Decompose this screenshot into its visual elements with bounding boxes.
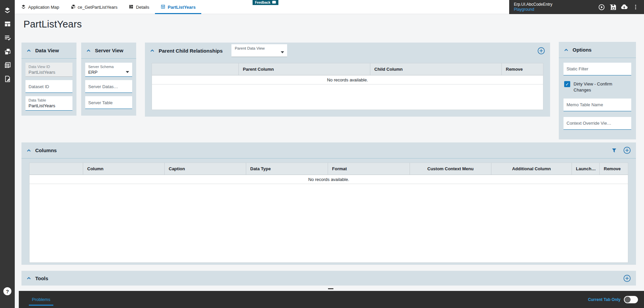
- layers-icon[interactable]: [0, 3, 15, 17]
- panel-title: Parent Child Relationships: [159, 48, 223, 54]
- document-edit-icon[interactable]: [0, 72, 15, 86]
- field-label: Context Override Vie…: [567, 120, 611, 126]
- panel-title: Columns: [35, 147, 57, 153]
- server-dataset-field[interactable]: Server Datas…: [85, 80, 132, 93]
- grid-tab-icon: [161, 4, 165, 10]
- field-label: Data Table: [29, 98, 69, 103]
- grid-header-row: Column Caption Data Type Format Custom C…: [30, 163, 628, 175]
- grid-header-format[interactable]: Format: [328, 163, 410, 175]
- page-title: PartListYears: [23, 19, 82, 30]
- flow-icon[interactable]: [0, 45, 15, 58]
- current-tab-only-toggle[interactable]: [624, 296, 638, 303]
- checklist-icon[interactable]: [0, 31, 15, 45]
- left-sidebar: ?: [0, 0, 15, 308]
- top-bar: Application Map ce_GetPartListYears Deta…: [15, 0, 644, 14]
- dataset-id-field[interactable]: Dataset ID: [25, 80, 72, 93]
- field-label: Static Filter: [567, 66, 588, 72]
- app-map-icon: [21, 4, 26, 10]
- grid-header-child-column[interactable]: Child Column: [370, 63, 502, 75]
- panel-title: Tools: [35, 275, 48, 281]
- tab-details[interactable]: Details: [123, 0, 155, 14]
- tools-panel: Tools: [21, 271, 636, 286]
- collapse-chevron-icon[interactable]: [150, 48, 155, 53]
- save-icon[interactable]: [608, 2, 618, 12]
- data-view-panel: Data View Data View ID PartListYears Dat…: [21, 43, 76, 116]
- tab-ce-getpartlistyears[interactable]: ce_GetPartListYears: [65, 0, 123, 14]
- app-info-block: Erp.UI.AbcCodeEntry Playground: [509, 0, 644, 14]
- grid-body: [152, 84, 543, 110]
- grid-header-column[interactable]: Column: [83, 163, 165, 175]
- tab-label: PartListYears: [168, 5, 196, 10]
- feedback-flag-icon: [272, 1, 276, 4]
- no-records-row: No records available.: [152, 75, 543, 84]
- grid-header-additional-column[interactable]: Additional Column: [491, 163, 572, 175]
- options-panel: Options Static Filter ✓ Dirty View - Con…: [559, 42, 636, 139]
- tab-application-map[interactable]: Application Map: [15, 0, 65, 14]
- grid-header-parent-column[interactable]: Parent Column: [239, 63, 370, 75]
- tab-label: ce_GetPartListYears: [78, 5, 118, 10]
- grid-header-row: Parent Column Child Column Remove: [152, 63, 543, 75]
- memo-table-name-field[interactable]: Memo Table Name: [564, 99, 631, 111]
- checkbox-label: Dirty View - Confirm Changes: [574, 81, 619, 93]
- field-value: PartListYears: [29, 103, 69, 109]
- environment-label[interactable]: Playground: [514, 7, 552, 12]
- filter-icon[interactable]: [610, 146, 619, 155]
- no-records-row: No records available.: [30, 175, 628, 184]
- field-label: Dataset ID: [29, 84, 49, 90]
- panel-resize-handle[interactable]: [328, 288, 333, 289]
- grid-header-data-type[interactable]: Data Type: [246, 163, 328, 175]
- layout-icon[interactable]: [0, 17, 15, 31]
- collapse-chevron-icon[interactable]: [26, 275, 32, 281]
- grid-header-caption[interactable]: Caption: [165, 163, 246, 175]
- collapse-chevron-icon[interactable]: [86, 48, 91, 53]
- preview-play-icon[interactable]: [596, 2, 606, 12]
- publish-cloud-icon[interactable]: [619, 2, 629, 12]
- open-tabs: Application Map ce_GetPartListYears Deta…: [15, 0, 201, 14]
- grid-copy-icon[interactable]: [0, 58, 15, 72]
- parent-child-relationships-panel: Parent Child Relationships Parent Data V…: [145, 43, 550, 117]
- toggle-knob: [625, 297, 631, 303]
- help-icon[interactable]: ?: [3, 287, 11, 295]
- data-table-field[interactable]: Data Table PartListYears: [25, 96, 72, 110]
- dropdown-label: Parent Data View: [235, 46, 284, 50]
- grid-body: [30, 184, 628, 262]
- static-filter-field[interactable]: Static Filter: [564, 63, 631, 75]
- server-table-field[interactable]: Server Table: [85, 96, 132, 109]
- designer-canvas: PartListYears Data View Data View ID Par…: [15, 14, 644, 291]
- add-column-button[interactable]: [623, 146, 631, 155]
- dirty-view-checkbox[interactable]: ✓: [564, 81, 570, 87]
- field-label: Server Datas…: [88, 84, 118, 90]
- collapse-chevron-icon[interactable]: [26, 148, 32, 153]
- feedback-badge[interactable]: Feedback: [253, 0, 278, 5]
- add-tool-button[interactable]: [623, 274, 631, 283]
- tab-problems[interactable]: Problems: [29, 294, 53, 306]
- chevron-down-icon: [281, 51, 284, 53]
- grid-header-blank: [152, 63, 239, 75]
- panel-title: Server View: [95, 48, 123, 53]
- grid-header-blank: [30, 163, 83, 175]
- grid-header-remove[interactable]: Remove: [502, 63, 543, 75]
- context-override-view-field[interactable]: Context Override Vie…: [564, 117, 631, 130]
- tab-partlistyears[interactable]: PartListYears: [155, 0, 201, 14]
- field-value: PartListYears: [29, 69, 69, 75]
- app-name: Erp.UI.AbcCodeEntry: [514, 2, 552, 7]
- current-tab-only-label: Current Tab Only: [588, 297, 621, 302]
- server-view-panel: Server View Server Schema ERP Server Dat…: [81, 43, 136, 116]
- collapse-chevron-icon[interactable]: [26, 48, 32, 53]
- grid-header-remove[interactable]: Remove: [600, 163, 628, 175]
- panel-title: Data View: [35, 48, 59, 53]
- panel-title: Options: [573, 47, 592, 53]
- details-layout-icon: [129, 4, 133, 10]
- columns-grid: Column Caption Data Type Format Custom C…: [29, 163, 628, 263]
- collapse-chevron-icon[interactable]: [564, 47, 569, 53]
- grid-header-launch[interactable]: Launch…: [572, 163, 600, 175]
- grid-header-custom-context-menu[interactable]: Custom Context Menu: [410, 163, 491, 175]
- server-schema-dropdown[interactable]: Server Schema ERP: [85, 63, 132, 77]
- method-icon: [71, 4, 75, 10]
- feedback-label: Feedback: [255, 1, 270, 4]
- tab-label: Details: [136, 5, 149, 10]
- overflow-menu-icon[interactable]: [631, 2, 641, 12]
- parent-data-view-dropdown[interactable]: Parent Data View: [231, 44, 287, 57]
- field-label: Server Table: [88, 100, 113, 106]
- add-relationship-button[interactable]: [537, 46, 545, 55]
